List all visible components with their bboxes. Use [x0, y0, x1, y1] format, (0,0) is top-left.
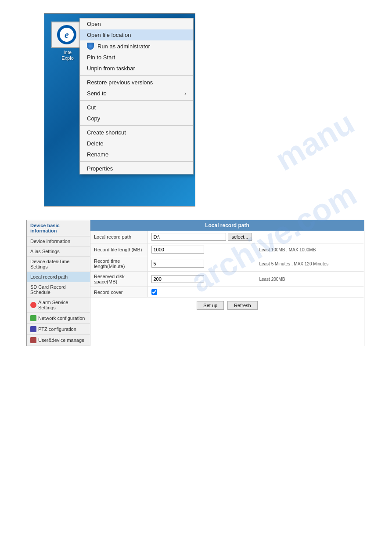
path-input[interactable]: [151, 233, 226, 241]
sidebar-item-alarm[interactable]: Alarm Service Settings: [27, 297, 90, 313]
form-row-path: Local record pathselect...: [90, 231, 364, 243]
setup-button[interactable]: Set up: [197, 301, 224, 310]
sidebar: Device basic information Device informat…: [27, 220, 90, 346]
ie-icon: [51, 22, 82, 48]
checkbox-record-cover[interactable]: [151, 289, 157, 295]
field-hint-record-cover: [255, 287, 364, 297]
context-menu: OpenOpen file locationRun as administrat…: [79, 18, 194, 174]
sidebar-item-user-device[interactable]: User&device manage: [27, 335, 90, 346]
menu-item-restore[interactable]: Restore previous versions: [80, 77, 193, 88]
menu-item-cut[interactable]: Cut: [80, 102, 193, 113]
menu-item-label: Copy: [87, 115, 100, 122]
field-input-cell-time-length: [147, 256, 255, 272]
wifi-icon: [30, 315, 36, 321]
menu-item-label: Open file location: [87, 32, 131, 38]
menu-separator: [80, 100, 193, 101]
sidebar-item-label: Device date&Time Settings: [30, 259, 86, 269]
menu-item-open[interactable]: Open: [80, 18, 193, 29]
sidebar-item-label: Alarm Service Settings: [38, 300, 86, 310]
sidebar-item-local-record[interactable]: Local record path: [27, 272, 90, 282]
field-label-record-cover: Record cover: [90, 287, 147, 297]
form-row-time-length: Record time length(Minute)Least 5 Minute…: [90, 256, 364, 272]
sidebar-item-label: Device information: [30, 239, 70, 244]
field-input-cell-path: select...: [147, 231, 255, 243]
menu-item-label: Unpin from taskbar: [87, 65, 135, 72]
sidebar-item-sd-card[interactable]: SD Card Record Schedule: [27, 282, 90, 297]
menu-item-label: Create shortcut: [87, 129, 126, 136]
menu-item-label: Open: [87, 21, 101, 27]
field-input-cell-disk-space: [147, 272, 255, 287]
checkbox-row-record-cover: [151, 289, 252, 295]
menu-item-label: Run as administrator: [97, 43, 150, 50]
menu-item-delete[interactable]: Delete: [80, 138, 193, 149]
sidebar-title: Device basic information: [27, 220, 90, 236]
bottom-section: Device basic information Device informat…: [0, 215, 392, 355]
sidebar-item-label: PTZ configuration: [38, 326, 76, 332]
menu-separator: [80, 161, 193, 162]
sidebar-item-device-info[interactable]: Device information: [27, 236, 90, 247]
screenshot-container: Inte Explo OpenOpen file locationRun as …: [44, 13, 195, 207]
sidebar-item-label: User&device manage: [38, 337, 84, 343]
field-input-cell-record-cover: [147, 287, 255, 297]
form-row-record-cover: Record cover: [90, 287, 364, 297]
field-label-file-length: Record file length(MB): [90, 243, 147, 256]
form-table: Local record pathselect...Record file le…: [90, 231, 364, 297]
device-panel: Device basic information Device informat…: [26, 220, 364, 346]
menu-separator: [80, 75, 193, 76]
field-hint-file-length: Least 100MB , MAX 1000MB: [255, 243, 364, 256]
field-input-disk-space[interactable]: [151, 275, 204, 283]
sidebar-item-ptz[interactable]: PTZ configuration: [27, 324, 90, 335]
top-section: Inte Explo OpenOpen file locationRun as …: [0, 0, 392, 215]
alarm-icon: [30, 302, 36, 308]
menu-item-create-shortcut[interactable]: Create shortcut: [80, 127, 193, 138]
menu-item-properties[interactable]: Properties: [80, 163, 193, 174]
path-row: select...: [151, 233, 252, 241]
menu-item-label: Restore previous versions: [87, 79, 153, 86]
menu-item-label: Properties: [87, 165, 113, 172]
shield-icon: [87, 43, 94, 50]
field-hint-time-length: Least 5 Minutes , MAX 120 Minutes: [255, 256, 364, 272]
ptz-icon: [30, 326, 36, 332]
user-icon: [30, 337, 36, 343]
sidebar-item-datetime[interactable]: Device date&Time Settings: [27, 257, 90, 272]
menu-item-copy[interactable]: Copy: [80, 113, 193, 124]
submenu-arrow-icon: ›: [184, 91, 186, 97]
sidebar-item-label: Local record path: [30, 274, 68, 279]
field-hint-path: [255, 231, 364, 243]
field-input-time-length[interactable]: [151, 260, 204, 268]
menu-item-pin-to-start[interactable]: Pin to Start: [80, 52, 193, 63]
field-label-time-length: Record time length(Minute): [90, 256, 147, 272]
field-hint-disk-space: Least 200MB: [255, 272, 364, 287]
menu-item-label: Pin to Start: [87, 54, 115, 61]
sidebar-item-network[interactable]: Network configuration: [27, 313, 90, 324]
refresh-button[interactable]: Refresh: [227, 301, 258, 310]
menu-item-label: Delete: [87, 140, 104, 147]
field-label-path: Local record path: [90, 231, 147, 243]
menu-item-run-as-admin[interactable]: Run as administrator: [80, 40, 193, 52]
sidebar-item-alias[interactable]: Alias Settings: [27, 247, 90, 257]
select-path-button[interactable]: select...: [228, 233, 252, 241]
menu-separator: [80, 125, 193, 126]
menu-item-label: Rename: [87, 151, 108, 158]
ie-label: Inte Explo: [51, 50, 84, 61]
menu-item-label: Cut: [87, 104, 96, 111]
sidebar-item-label: Network configuration: [38, 316, 85, 321]
main-content: Local record path Local record pathselec…: [90, 220, 364, 346]
menu-item-label: Send to: [87, 90, 107, 97]
form-row-file-length: Record file length(MB)Least 100MB , MAX …: [90, 243, 364, 256]
sidebar-item-label: Alias Settings: [30, 249, 60, 254]
button-row: Set up Refresh: [90, 297, 364, 313]
ie-circle-icon: [57, 25, 76, 44]
sidebar-item-label: SD Card Record Schedule: [30, 284, 86, 295]
menu-item-open-file-location[interactable]: Open file location: [80, 29, 193, 40]
field-input-cell-file-length: [147, 243, 255, 256]
field-input-file-length[interactable]: [151, 246, 204, 254]
menu-item-rename[interactable]: Rename: [80, 149, 193, 160]
field-label-disk-space: Reserved disk space(MB): [90, 272, 147, 287]
content-title: Local record path: [90, 220, 364, 231]
menu-item-send-to[interactable]: Send to›: [80, 88, 193, 99]
form-row-disk-space: Reserved disk space(MB)Least 200MB: [90, 272, 364, 287]
menu-item-unpin-taskbar[interactable]: Unpin from taskbar: [80, 63, 193, 74]
